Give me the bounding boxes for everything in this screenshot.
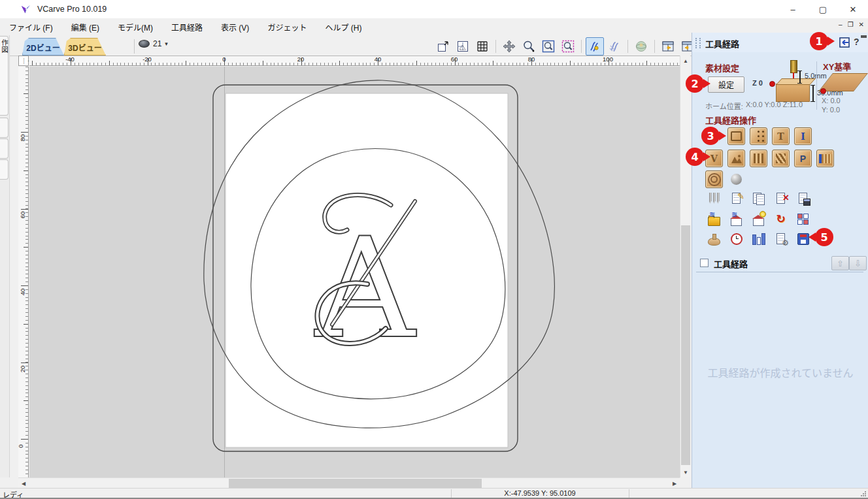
- vertical-scrollbar[interactable]: ▲ ▼: [680, 56, 690, 477]
- estimate-machining-time-button[interactable]: [727, 230, 745, 248]
- op-row-1: T I: [727, 127, 812, 145]
- zoom-to-fit-button[interactable]: [434, 37, 452, 56]
- help-icon[interactable]: ?: [854, 37, 860, 47]
- home-position-value: X:0.0 Y:0.0 Z:11.0: [746, 101, 803, 108]
- menu-gadgets[interactable]: ガジェット: [258, 18, 316, 35]
- tab-2d-view[interactable]: 2Dビュー: [22, 38, 64, 56]
- sidebar-tab-drawing[interactable]: 作図: [0, 36, 8, 116]
- scroll-left-arrow[interactable]: ◀: [18, 478, 29, 489]
- 3d-finishing-toolpath-button[interactable]: [727, 170, 745, 188]
- maximize-button[interactable]: ▢: [808, 0, 838, 18]
- nesting-button[interactable]: [794, 210, 812, 228]
- move-toolpath-down-button[interactable]: ⇩: [849, 256, 867, 270]
- scroll-up-arrow[interactable]: ▲: [680, 56, 691, 66]
- profile-toolpath-button[interactable]: [727, 127, 745, 145]
- z-zero-label: Z 0: [752, 79, 763, 87]
- mdi-minimize-button[interactable]: –: [839, 21, 843, 28]
- annotation-marker-4: 4: [686, 148, 704, 166]
- resize-grip[interactable]: [861, 491, 866, 496]
- preview-toolpath-button[interactable]: [750, 230, 767, 248]
- moulding-toolpath-button[interactable]: [816, 150, 834, 167]
- sidebar-tab-2[interactable]: [0, 118, 8, 138]
- drilling-toolpath-button[interactable]: [750, 127, 767, 145]
- texture-toolpath-button[interactable]: [772, 150, 790, 167]
- ruler-label: -40: [65, 56, 75, 63]
- tool-bit-icon: [790, 60, 797, 73]
- pan-button[interactable]: [500, 37, 518, 56]
- toolpath-list-checkbox[interactable]: [700, 259, 709, 267]
- material-settings-button[interactable]: 設定: [708, 76, 744, 93]
- menu-view[interactable]: 表示 (V): [212, 18, 258, 35]
- letter-a-vector[interactable]: A: [314, 195, 417, 369]
- toggle-2d-toolpath-display-button[interactable]: [586, 37, 604, 56]
- snap-grid-button[interactable]: [473, 37, 492, 56]
- toolpath-template-button[interactable]: [750, 210, 767, 228]
- op-row-6: ⚙: [705, 230, 812, 248]
- recalculate-toolpaths-button[interactable]: ↻: [772, 210, 790, 228]
- design-canvas[interactable]: A: [29, 67, 680, 477]
- toggle-3d-view-button[interactable]: [632, 37, 650, 56]
- import-toolpaths-button[interactable]: ≋: [727, 210, 745, 228]
- scroll-down-arrow[interactable]: ▼: [680, 467, 691, 477]
- ruler-label: 0: [222, 56, 225, 63]
- vertical-scrollbar-thumb[interactable]: [681, 225, 690, 465]
- estimate-gcode-button[interactable]: [794, 189, 812, 207]
- menu-edit[interactable]: 編集 (E): [62, 18, 108, 35]
- xy-datum-dot: [820, 88, 826, 94]
- close-button[interactable]: ✕: [838, 0, 868, 18]
- chevron-down-icon: ▾: [165, 40, 168, 47]
- sidebar-tab-3[interactable]: [0, 138, 8, 159]
- edit-gcode-button[interactable]: ✎: [727, 189, 745, 207]
- ruler-origin-box: ⋮⋯: [18, 56, 29, 66]
- toggle-toolpath-solid-button[interactable]: [605, 37, 624, 56]
- zoom-to-drawing-button[interactable]: [454, 37, 472, 56]
- move-toolpath-up-button[interactable]: ⇧: [831, 256, 849, 270]
- horizontal-scrollbar-thumb[interactable]: [229, 479, 482, 488]
- menu-help[interactable]: ヘルプ (H): [316, 18, 371, 35]
- quick-engrave-toolpath-button[interactable]: T: [772, 127, 790, 145]
- open-toolpaths-button[interactable]: ≋: [705, 210, 723, 228]
- op-row-3: [705, 170, 745, 188]
- xy-datum-x: X: 0.0: [822, 97, 841, 105]
- menu-model[interactable]: モデル(M): [108, 18, 162, 35]
- close-panel-icon[interactable]: [839, 37, 850, 51]
- app-logo-icon: [21, 5, 31, 14]
- panel-drag-handle[interactable]: [695, 38, 701, 48]
- ruler-label: 100: [603, 56, 613, 63]
- tab-3d-view[interactable]: 3Dビュー: [64, 38, 106, 56]
- toggle-left-panel-button[interactable]: [659, 37, 677, 56]
- zoom-button[interactable]: [520, 37, 538, 56]
- divider: [495, 40, 496, 53]
- menu-toolpath[interactable]: 工具経路: [162, 18, 212, 35]
- delete-gcode-button[interactable]: ×: [772, 189, 790, 207]
- 3d-roughing-toolpath-button[interactable]: [705, 170, 723, 188]
- horizontal-scrollbar[interactable]: ◀ ▶: [18, 477, 680, 488]
- toolpath-list-header: 工具経路: [714, 257, 748, 270]
- menu-file[interactable]: ファイル (F): [0, 18, 62, 35]
- prism-carve-toolpath-button[interactable]: P: [794, 150, 812, 167]
- horizontal-ruler: -40 -20 0 20 40 60 80 100: [29, 56, 680, 66]
- zoom-selected-button[interactable]: [559, 37, 577, 56]
- preview-material-button[interactable]: [705, 230, 723, 248]
- fluting-toolpath-button[interactable]: [750, 150, 767, 167]
- view-tab-row: 2Dビュー 3Dビュー 21 ▾: [0, 35, 692, 56]
- clearance-dimension-icon: [797, 71, 802, 84]
- ruler-label: 0: [17, 444, 24, 447]
- tool-database-button[interactable]: [705, 189, 723, 207]
- mdi-close-button[interactable]: ✕: [859, 21, 864, 28]
- toolpath-panel-title: 工具経路: [705, 37, 739, 50]
- merge-gcode-button[interactable]: [750, 189, 767, 207]
- ruler-label: 20: [19, 366, 26, 373]
- layer-selector[interactable]: 21 ▾: [139, 39, 168, 48]
- sidebar-tab-4[interactable]: [0, 159, 8, 180]
- toolpath-settings-button[interactable]: ⚙: [772, 230, 790, 248]
- material-block-icon: [776, 84, 810, 102]
- zoom-window-button[interactable]: [539, 37, 558, 56]
- minimize-button[interactable]: –: [778, 0, 808, 18]
- inlay-toolpath-button[interactable]: I: [794, 127, 812, 145]
- home-position-label: ホーム位置:: [705, 101, 743, 111]
- photo-carve-toolpath-button[interactable]: [727, 150, 745, 167]
- scroll-right-arrow[interactable]: ▶: [669, 478, 680, 489]
- mdi-restore-button[interactable]: ❐: [848, 21, 854, 28]
- side-tab-strip: 作図: [0, 35, 10, 477]
